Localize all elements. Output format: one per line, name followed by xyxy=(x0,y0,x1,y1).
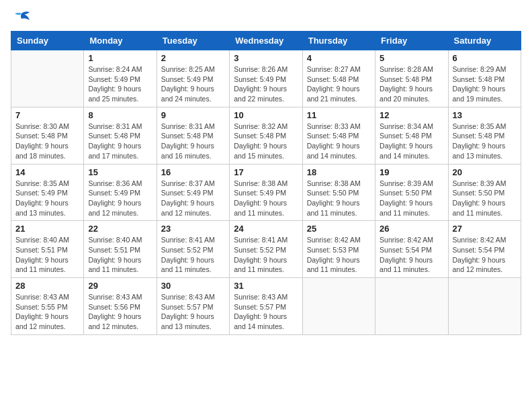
day-number: 28 xyxy=(15,281,79,291)
calendar-cell: 13Sunrise: 8:35 AM Sunset: 5:48 PM Dayli… xyxy=(448,107,521,164)
day-info: Sunrise: 8:36 AM Sunset: 5:49 PM Dayligh… xyxy=(88,179,152,218)
day-info: Sunrise: 8:28 AM Sunset: 5:48 PM Dayligh… xyxy=(380,64,443,104)
calendar-cell: 18Sunrise: 8:38 AM Sunset: 5:50 PM Dayli… xyxy=(302,164,375,221)
day-info: Sunrise: 8:24 AM Sunset: 5:49 PM Dayligh… xyxy=(88,64,152,104)
calendar-cell: 7Sunrise: 8:30 AM Sunset: 5:48 PM Daylig… xyxy=(11,107,84,164)
day-number: 5 xyxy=(380,53,443,63)
calendar-week-row: 28Sunrise: 8:43 AM Sunset: 5:55 PM Dayli… xyxy=(11,278,521,335)
day-number: 22 xyxy=(88,224,152,234)
day-info: Sunrise: 8:30 AM Sunset: 5:48 PM Dayligh… xyxy=(15,122,79,161)
calendar-cell: 22Sunrise: 8:40 AM Sunset: 5:51 PM Dayli… xyxy=(84,221,157,278)
day-info: Sunrise: 8:39 AM Sunset: 5:50 PM Dayligh… xyxy=(453,179,517,218)
calendar-cell: 21Sunrise: 8:40 AM Sunset: 5:51 PM Dayli… xyxy=(11,221,84,278)
calendar-header-row: SundayMondayTuesdayWednesdayThursdayFrid… xyxy=(11,32,521,50)
day-number: 7 xyxy=(15,110,79,120)
calendar-cell: 9Sunrise: 8:31 AM Sunset: 5:48 PM Daylig… xyxy=(157,107,229,164)
day-number: 9 xyxy=(161,110,225,120)
calendar-cell: 31Sunrise: 8:43 AM Sunset: 5:57 PM Dayli… xyxy=(230,278,302,335)
calendar-cell xyxy=(375,278,448,335)
day-info: Sunrise: 8:32 AM Sunset: 5:48 PM Dayligh… xyxy=(234,122,298,161)
calendar-cell: 1Sunrise: 8:24 AM Sunset: 5:49 PM Daylig… xyxy=(84,50,157,107)
day-info: Sunrise: 8:26 AM Sunset: 5:49 PM Dayligh… xyxy=(234,64,298,104)
day-number: 15 xyxy=(88,167,152,177)
day-info: Sunrise: 8:41 AM Sunset: 5:52 PM Dayligh… xyxy=(234,235,298,275)
col-header-thursday: Thursday xyxy=(302,32,375,50)
day-number: 8 xyxy=(88,110,152,120)
col-header-saturday: Saturday xyxy=(448,32,521,50)
calendar-cell: 14Sunrise: 8:35 AM Sunset: 5:49 PM Dayli… xyxy=(11,164,84,221)
day-number: 14 xyxy=(15,167,79,177)
day-number: 19 xyxy=(380,167,443,177)
calendar-cell xyxy=(302,278,375,335)
calendar-cell: 29Sunrise: 8:43 AM Sunset: 5:56 PM Dayli… xyxy=(84,278,157,335)
day-number: 16 xyxy=(161,167,225,177)
day-info: Sunrise: 8:40 AM Sunset: 5:51 PM Dayligh… xyxy=(88,235,152,275)
calendar-cell: 17Sunrise: 8:38 AM Sunset: 5:49 PM Dayli… xyxy=(230,164,302,221)
day-info: Sunrise: 8:37 AM Sunset: 5:49 PM Dayligh… xyxy=(161,179,225,218)
calendar-cell: 26Sunrise: 8:42 AM Sunset: 5:54 PM Dayli… xyxy=(375,221,448,278)
calendar-cell: 6Sunrise: 8:29 AM Sunset: 5:48 PM Daylig… xyxy=(448,50,521,107)
calendar-cell: 12Sunrise: 8:34 AM Sunset: 5:48 PM Dayli… xyxy=(375,107,448,164)
day-number: 2 xyxy=(161,53,225,63)
col-header-friday: Friday xyxy=(375,32,448,50)
logo-bird-icon xyxy=(12,11,31,26)
calendar-week-row: 7Sunrise: 8:30 AM Sunset: 5:48 PM Daylig… xyxy=(11,107,521,164)
calendar-cell xyxy=(11,50,84,107)
day-number: 17 xyxy=(234,167,298,177)
day-number: 11 xyxy=(307,110,371,120)
calendar-cell: 16Sunrise: 8:37 AM Sunset: 5:49 PM Dayli… xyxy=(157,164,229,221)
calendar-cell: 4Sunrise: 8:27 AM Sunset: 5:48 PM Daylig… xyxy=(302,50,375,107)
day-number: 30 xyxy=(161,281,225,291)
calendar-cell: 11Sunrise: 8:33 AM Sunset: 5:48 PM Dayli… xyxy=(302,107,375,164)
day-info: Sunrise: 8:43 AM Sunset: 5:57 PM Dayligh… xyxy=(161,292,225,332)
calendar-cell: 23Sunrise: 8:41 AM Sunset: 5:52 PM Dayli… xyxy=(157,221,229,278)
calendar-week-row: 14Sunrise: 8:35 AM Sunset: 5:49 PM Dayli… xyxy=(11,164,521,221)
day-number: 10 xyxy=(234,110,298,120)
day-number: 29 xyxy=(88,281,152,291)
day-number: 20 xyxy=(453,167,517,177)
day-info: Sunrise: 8:39 AM Sunset: 5:50 PM Dayligh… xyxy=(380,179,443,218)
day-info: Sunrise: 8:41 AM Sunset: 5:52 PM Dayligh… xyxy=(161,235,225,275)
day-info: Sunrise: 8:38 AM Sunset: 5:49 PM Dayligh… xyxy=(234,179,298,218)
col-header-tuesday: Tuesday xyxy=(157,32,229,50)
day-number: 4 xyxy=(307,53,371,63)
day-info: Sunrise: 8:35 AM Sunset: 5:48 PM Dayligh… xyxy=(453,122,517,161)
day-info: Sunrise: 8:27 AM Sunset: 5:48 PM Dayligh… xyxy=(307,64,371,104)
calendar-cell xyxy=(448,278,521,335)
day-info: Sunrise: 8:43 AM Sunset: 5:57 PM Dayligh… xyxy=(234,292,298,332)
calendar-cell: 10Sunrise: 8:32 AM Sunset: 5:48 PM Dayli… xyxy=(230,107,302,164)
day-info: Sunrise: 8:31 AM Sunset: 5:48 PM Dayligh… xyxy=(161,122,225,161)
page-header xyxy=(11,11,521,26)
day-number: 6 xyxy=(453,53,517,63)
calendar-cell: 15Sunrise: 8:36 AM Sunset: 5:49 PM Dayli… xyxy=(84,164,157,221)
calendar-cell: 3Sunrise: 8:26 AM Sunset: 5:49 PM Daylig… xyxy=(230,50,302,107)
day-info: Sunrise: 8:38 AM Sunset: 5:50 PM Dayligh… xyxy=(307,179,371,218)
calendar-cell: 20Sunrise: 8:39 AM Sunset: 5:50 PM Dayli… xyxy=(448,164,521,221)
day-number: 27 xyxy=(453,224,517,234)
day-info: Sunrise: 8:42 AM Sunset: 5:54 PM Dayligh… xyxy=(380,235,443,275)
calendar-table: SundayMondayTuesdayWednesdayThursdayFrid… xyxy=(11,31,521,335)
day-number: 18 xyxy=(307,167,371,177)
day-number: 24 xyxy=(234,224,298,234)
day-info: Sunrise: 8:43 AM Sunset: 5:56 PM Dayligh… xyxy=(88,292,152,332)
calendar-cell: 24Sunrise: 8:41 AM Sunset: 5:52 PM Dayli… xyxy=(230,221,302,278)
day-info: Sunrise: 8:33 AM Sunset: 5:48 PM Dayligh… xyxy=(307,122,371,161)
calendar-cell: 8Sunrise: 8:31 AM Sunset: 5:48 PM Daylig… xyxy=(84,107,157,164)
col-header-wednesday: Wednesday xyxy=(230,32,302,50)
calendar-cell: 2Sunrise: 8:25 AM Sunset: 5:49 PM Daylig… xyxy=(157,50,229,107)
day-number: 23 xyxy=(161,224,225,234)
day-number: 3 xyxy=(234,53,298,63)
day-number: 1 xyxy=(88,53,152,63)
calendar-cell: 28Sunrise: 8:43 AM Sunset: 5:55 PM Dayli… xyxy=(11,278,84,335)
day-number: 21 xyxy=(15,224,79,234)
logo xyxy=(11,11,31,26)
day-info: Sunrise: 8:35 AM Sunset: 5:49 PM Dayligh… xyxy=(15,179,79,218)
day-info: Sunrise: 8:43 AM Sunset: 5:55 PM Dayligh… xyxy=(15,292,79,332)
calendar-cell: 5Sunrise: 8:28 AM Sunset: 5:48 PM Daylig… xyxy=(375,50,448,107)
calendar-week-row: 1Sunrise: 8:24 AM Sunset: 5:49 PM Daylig… xyxy=(11,50,521,107)
calendar-week-row: 21Sunrise: 8:40 AM Sunset: 5:51 PM Dayli… xyxy=(11,221,521,278)
day-info: Sunrise: 8:40 AM Sunset: 5:51 PM Dayligh… xyxy=(15,235,79,275)
day-number: 13 xyxy=(453,110,517,120)
day-number: 12 xyxy=(380,110,443,120)
day-info: Sunrise: 8:29 AM Sunset: 5:48 PM Dayligh… xyxy=(453,64,517,104)
